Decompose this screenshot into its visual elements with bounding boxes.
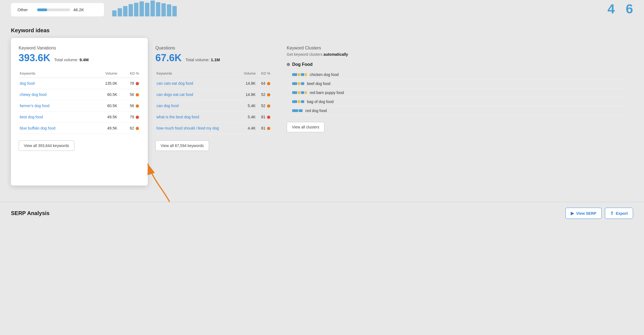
keyword-ideas-title: Keyword ideas [11,27,633,34]
color-bar [299,109,303,112]
chart-bar [172,6,177,16]
kd-cell: 52 [257,100,271,111]
list-item: bag of dog food [287,97,625,106]
color-bar [305,91,307,94]
table-row: best dog food 49.5K 79 [19,111,140,123]
table-row: can cats eat dog food 14.8K 64 [155,78,271,89]
export-icon: ⇧ [610,211,614,216]
q-col-volume: Volume [239,69,257,78]
table-row: farmer's dog food 60.5K 56 [19,100,140,111]
orange-dot-icon [136,93,139,96]
list-item: red dog food [287,106,625,115]
view-all-variations-button[interactable]: View all 393,644 keywords [19,140,74,151]
color-bar [292,109,298,112]
volume-cell: 14.8K [239,89,257,100]
serp-section: SERP Analysis ▶ View SERP ⇧ Export [0,202,644,224]
variations-table: Keywords Volume KD % dog food 135.0K 78 … [19,69,140,134]
kd-cell: 78 [118,78,140,89]
keyword-link[interactable]: dog food [20,81,35,86]
col-keywords: Keywords [19,69,91,78]
orange-dot-icon [267,104,270,108]
chart-area [109,0,179,16]
clusters-section: Keyword Clusters Get keyword clusters au… [279,38,633,186]
serp-title: SERP Analysis [11,210,50,216]
progress-bar-fill [37,8,47,11]
progress-bar-container [37,8,70,11]
color-bar [301,91,304,94]
keyword-link[interactable]: farmer's dog food [20,104,50,108]
keyword-link[interactable]: chewy dog food [20,92,47,97]
color-bar [298,82,300,85]
keyword-link[interactable]: can dogs eat cat food [156,92,193,97]
view-all-questions-button[interactable]: View all 67,594 keywords [155,140,209,151]
kd-cell: 56 [118,100,140,111]
q-col-kd: KD % [257,69,271,78]
orange-dot-icon [267,93,270,96]
list-item: red barn puppy food [287,88,625,97]
orange-dot-icon [136,127,139,130]
chart-bar [134,3,138,16]
cluster-color-bars [292,109,303,112]
cluster-item-label: red dog food [305,108,327,113]
keyword-link[interactable]: can cats eat dog food [156,81,193,86]
volume-cell: 5.4K [239,111,257,123]
orange-dot-icon [267,127,270,130]
color-bar [292,100,297,103]
chart-bar [140,1,144,16]
questions-table: Keywords Volume KD % can cats eat dog fo… [155,69,271,134]
table-row: can dogs eat cat food 14.8K 52 [155,89,271,100]
other-row: Other 46.2K [11,3,104,16]
red-dot-icon [136,82,139,85]
table-row: dog food 135.0K 78 [19,78,140,89]
top-metrics: 4 6 [608,1,633,16]
color-bar [301,73,304,76]
red-dot-icon [136,116,139,119]
col-volume: Volume [91,69,118,78]
view-serp-button[interactable]: ▶ View SERP [565,208,602,219]
keyword-link[interactable]: best dog food [20,115,43,119]
volume-cell: 5.4K [239,100,257,111]
chart-bar [167,4,171,16]
volume-cell: 14.8K [239,78,257,89]
kd-cell: 64 [257,78,271,89]
main-content: Keyword Variations 393.6K Total volume: … [0,38,644,186]
red-dot-icon [267,116,270,119]
metric-6: 6 [626,1,633,16]
volume-cell: 49.5K [91,111,118,123]
col-kd: KD % [118,69,140,78]
keyword-link[interactable]: blue buffalo dog food [20,126,56,130]
keyword-link[interactable]: how much food should i feed my dog [156,126,219,130]
variations-section-title: Keyword Variations [19,46,140,51]
keyword-link[interactable]: can dog food [156,104,179,108]
kd-cell: 62 [118,123,140,134]
variations-card: Keyword Variations 393.6K Total volume: … [11,38,148,186]
color-bar [305,73,307,76]
view-serp-icon: ▶ [571,211,574,216]
list-item: chicken dog food [287,70,625,79]
kd-cell: 81 [257,111,271,123]
table-row: how much food should i feed my dog 4.4K … [155,123,271,134]
table-row: can dog food 5.4K 52 [155,100,271,111]
color-bar [298,91,300,94]
color-bar [301,82,304,85]
clusters-list: chicken dog food beef dog food red barn … [287,70,625,115]
cluster-color-bars [292,91,307,94]
table-row: what is the best dog food 5.4K 81 [155,111,271,123]
arrow-icon [142,158,178,207]
volume-cell: 4.4K [239,123,257,134]
chart-bar [161,3,166,16]
cluster-group-title: Dog Food [287,62,625,67]
kd-cell: 61 [257,123,271,134]
keyword-link[interactable]: what is the best dog food [156,115,199,119]
view-all-clusters-button[interactable]: View all clusters [287,122,324,132]
cluster-color-bars [292,73,307,76]
variations-total-volume: Total volume: 9.4M [54,57,89,62]
chart-bar [118,8,122,16]
orange-dot-icon [136,104,139,108]
cluster-color-bars [292,100,304,103]
export-button[interactable]: ⇧ Export [605,208,633,219]
orange-dot-icon [267,82,270,85]
kd-cell: 79 [118,111,140,123]
keyword-ideas-header: Keyword ideas [0,22,644,38]
chart-bar [150,1,155,16]
